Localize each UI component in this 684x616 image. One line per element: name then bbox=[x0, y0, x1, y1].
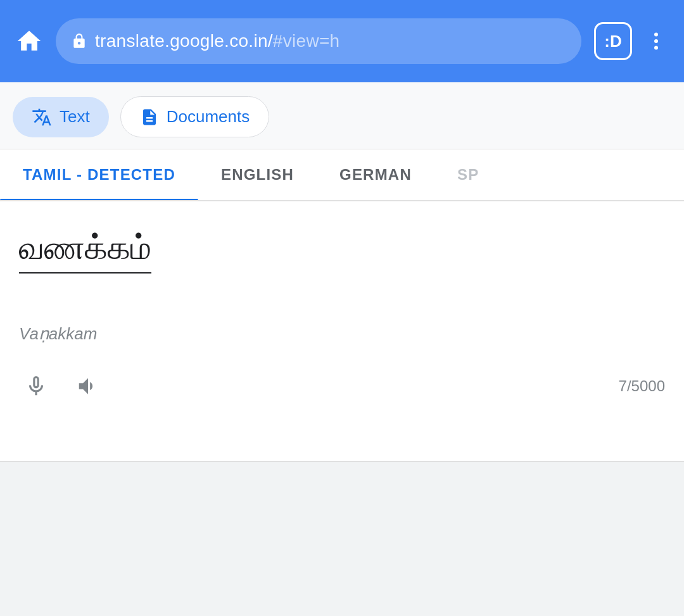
more-button[interactable] bbox=[643, 30, 669, 53]
browser-actions: :D bbox=[594, 22, 669, 60]
lang-tab-sp[interactable]: SP bbox=[434, 149, 502, 200]
translation-area: வணக்கம் Vaṇakkam 7/5000 bbox=[0, 201, 684, 455]
emoji-button[interactable]: :D bbox=[594, 22, 632, 60]
source-text-display: வணக்கம் bbox=[19, 227, 665, 311]
speaker-icon bbox=[76, 374, 100, 398]
url-text: translate.google.co.in/#view=h bbox=[95, 31, 339, 51]
microphone-button[interactable] bbox=[19, 369, 53, 403]
speaker-button[interactable] bbox=[71, 369, 105, 403]
document-icon bbox=[140, 108, 159, 127]
language-tabs: TAMIL - DETECTED ENGLISH GERMAN SP bbox=[0, 149, 684, 201]
text-tab-label: Text bbox=[60, 107, 90, 127]
lang-tab-german[interactable]: GERMAN bbox=[317, 149, 434, 200]
documents-tab-label: Documents bbox=[167, 107, 250, 127]
svg-point-1 bbox=[654, 39, 658, 43]
translate-icon bbox=[32, 107, 52, 127]
char-count: 7/5000 bbox=[619, 377, 665, 395]
home-icon bbox=[15, 27, 43, 55]
text-tab[interactable]: Text bbox=[13, 97, 109, 137]
romanization-text: Vaṇakkam bbox=[19, 324, 665, 344]
browser-chrome: translate.google.co.in/#view=h :D bbox=[0, 0, 684, 82]
home-button[interactable] bbox=[15, 27, 43, 55]
mode-tabs-row: Text Documents bbox=[0, 82, 684, 149]
url-bar[interactable]: translate.google.co.in/#view=h bbox=[56, 18, 581, 64]
separator bbox=[0, 461, 684, 462]
source-text[interactable]: வணக்கம் bbox=[19, 227, 151, 273]
lang-tab-tamil[interactable]: TAMIL - DETECTED bbox=[0, 149, 198, 200]
bottom-controls: 7/5000 bbox=[19, 363, 665, 410]
documents-tab[interactable]: Documents bbox=[120, 96, 270, 137]
lang-tab-english[interactable]: ENGLISH bbox=[198, 149, 317, 200]
microphone-icon bbox=[24, 374, 48, 398]
lock-icon bbox=[71, 33, 87, 49]
svg-point-0 bbox=[654, 33, 658, 37]
audio-controls bbox=[19, 369, 105, 403]
svg-point-2 bbox=[654, 46, 658, 50]
content-area: Text Documents TAMIL - DETECTED ENGLISH … bbox=[0, 82, 684, 462]
